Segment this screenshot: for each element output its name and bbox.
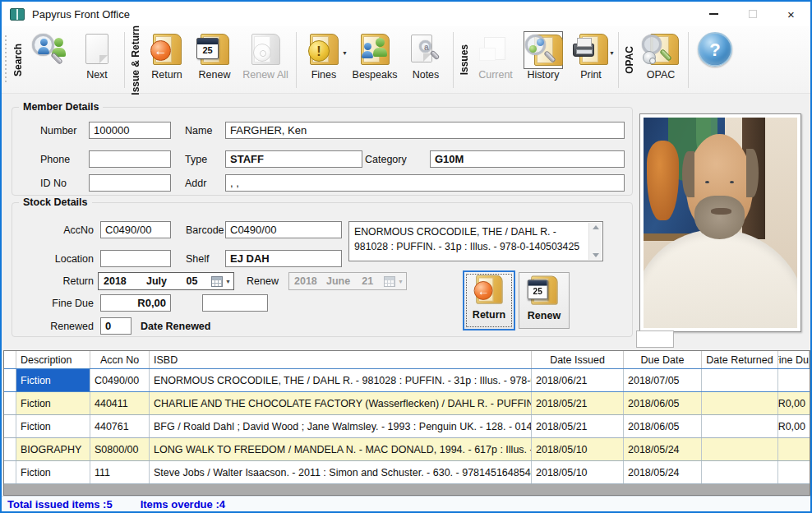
help-icon: ? (696, 31, 736, 69)
stock-details-title: Stock Details (19, 196, 92, 208)
help-button[interactable]: ? (692, 29, 740, 91)
table-row[interactable]: BIOGRAPHY S0800/00 LONG WALK TO FREEDOM … (4, 438, 810, 461)
window-controls: × (694, 2, 810, 26)
member-type-field[interactable]: STAFF (225, 150, 362, 168)
renew-calendar-icon: 25 (526, 274, 562, 308)
issued-items-table: Description Accn No ISBD Date Issued Due… (3, 350, 810, 496)
col-description[interactable]: Description (16, 351, 90, 368)
member-name-field[interactable]: FARGHER, Ken (225, 122, 625, 139)
renew-button[interactable]: 25 Renew (191, 29, 238, 91)
row-selector[interactable] (4, 392, 16, 414)
addr-label: Addr (185, 178, 206, 189)
col-date-returned[interactable]: Date Returned (702, 351, 778, 368)
app-window: Papyrus Front Office × Search Next Issue (0, 0, 812, 513)
renew-all-icon (246, 31, 285, 69)
status-items-overdue: Items overdue :4 (141, 498, 225, 511)
photo-side-field[interactable] (636, 330, 674, 348)
toolbar-separator (688, 32, 689, 88)
table-header-row: Description Accn No ISBD Date Issued Due… (4, 351, 810, 369)
status-total-issued: Total issued items :5 (7, 498, 113, 511)
fines-icon: ! (304, 31, 344, 69)
row-selector[interactable] (4, 461, 16, 483)
name-label: Name (185, 125, 212, 136)
table-row[interactable]: Fiction 440761 BFG / Roald Dahl ; David … (4, 415, 810, 438)
calendar-picker-icon[interactable]: ▼ (210, 276, 231, 287)
toolbar-separator (453, 32, 454, 88)
col-isbd[interactable]: ISBD (150, 351, 532, 368)
table-row[interactable]: Fiction 440411 CHARLIE AND THE CHOCOLATE… (4, 392, 810, 415)
location-field[interactable] (100, 250, 171, 267)
col-accn-no[interactable]: Accn No (90, 351, 150, 368)
fines-dropdown-icon[interactable]: ▼ (342, 50, 348, 56)
opac-icon (641, 31, 681, 69)
search-icon (30, 31, 69, 69)
return-date-picker[interactable]: 2018 July 05 ▼ (98, 272, 234, 290)
toolbar-separator (618, 32, 619, 88)
next-button[interactable]: Next (73, 29, 121, 91)
fine-extra-field[interactable] (202, 294, 268, 312)
return-button[interactable]: ← Return (143, 29, 191, 91)
current-icon (476, 31, 515, 69)
toolbar-separator (124, 32, 125, 88)
stock-description-text: ENORMOUS CROCODILE, THE / DAHL R. - 9810… (354, 226, 579, 252)
member-number-field[interactable]: 100000 (89, 122, 171, 139)
renew-all-button: Renew All (238, 29, 293, 91)
row-selector[interactable] (4, 369, 16, 391)
return-date-label: Return (36, 275, 94, 287)
fines-button[interactable]: ! Fines ▼ (300, 29, 348, 91)
fine-due-field[interactable]: R0,00 (100, 294, 171, 312)
type-label: Type (185, 154, 207, 165)
date-renewed-label: Date Renewed (141, 321, 210, 332)
close-icon: × (787, 8, 795, 21)
scroll-down-icon[interactable] (593, 253, 599, 257)
location-label: Location (36, 253, 94, 265)
return-action-button[interactable]: ← Return (463, 270, 515, 330)
col-date-issued[interactable]: Date Issued (532, 351, 624, 368)
toolbar-group-opac: OPAC (622, 46, 637, 74)
barcode-field[interactable]: C0490/00 (225, 221, 342, 238)
scroll-up-icon[interactable] (593, 225, 599, 229)
notes-button[interactable]: a Notes (402, 29, 450, 91)
member-phone-field[interactable] (89, 150, 171, 168)
stock-description-box[interactable]: ENORMOUS CROCODILE, THE / DAHL R. - 9810… (348, 221, 603, 261)
phone-label: Phone (40, 154, 70, 165)
accno-label: AccNo (36, 224, 94, 236)
status-bar: Total issued items :5 Items overdue :4 (2, 496, 810, 511)
search-button[interactable] (25, 29, 73, 91)
print-dropdown-icon[interactable]: ▼ (609, 50, 615, 56)
minimize-button[interactable] (694, 2, 733, 26)
row-selector[interactable] (4, 438, 16, 460)
renew-date-picker: 2018 June 21 ▼ (288, 272, 407, 290)
print-button[interactable]: Print ▼ (567, 29, 615, 91)
toolbar-group-issues: Issues (457, 44, 472, 75)
bespeaks-button[interactable]: Bespeaks (348, 29, 402, 91)
member-addr-field[interactable]: , , (225, 174, 625, 192)
table-row[interactable]: Fiction C0490/00 ENORMOUS CROCODILE, THE… (4, 369, 810, 392)
shelf-label: Shelf (186, 253, 210, 265)
bespeaks-icon (355, 31, 394, 69)
member-category-field[interactable]: G10M (430, 150, 625, 168)
print-icon (571, 31, 611, 69)
number-label: Number (40, 125, 76, 136)
table-row[interactable]: Fiction 111 Steve Jobs / Walter Isaacson… (4, 461, 810, 484)
member-photo-frame (639, 113, 801, 332)
renew-action-button[interactable]: 25 Renew (519, 272, 570, 329)
description-scrollbar[interactable] (588, 223, 602, 260)
return-folder-icon: ← (471, 273, 507, 307)
accno-field[interactable]: C0490/00 (100, 221, 171, 238)
row-selector[interactable] (4, 415, 16, 437)
toolbar-grip[interactable] (5, 35, 8, 85)
opac-button[interactable]: OPAC (637, 29, 685, 91)
renewed-field[interactable]: 0 (100, 317, 131, 335)
maximize-icon (749, 10, 757, 18)
col-fine-due[interactable]: Fine Due (778, 351, 810, 368)
app-icon (10, 8, 25, 21)
close-button[interactable]: × (772, 2, 810, 26)
renew-date-label: Renew (247, 275, 279, 287)
shelf-field[interactable]: EJ DAH (225, 250, 342, 267)
history-icon (524, 31, 563, 69)
member-idno-field[interactable] (89, 174, 171, 192)
history-button[interactable]: History (519, 29, 567, 91)
toolbar-group-issue-return: Issue & Return (128, 25, 143, 95)
col-due-date[interactable]: Due Date (624, 351, 702, 368)
